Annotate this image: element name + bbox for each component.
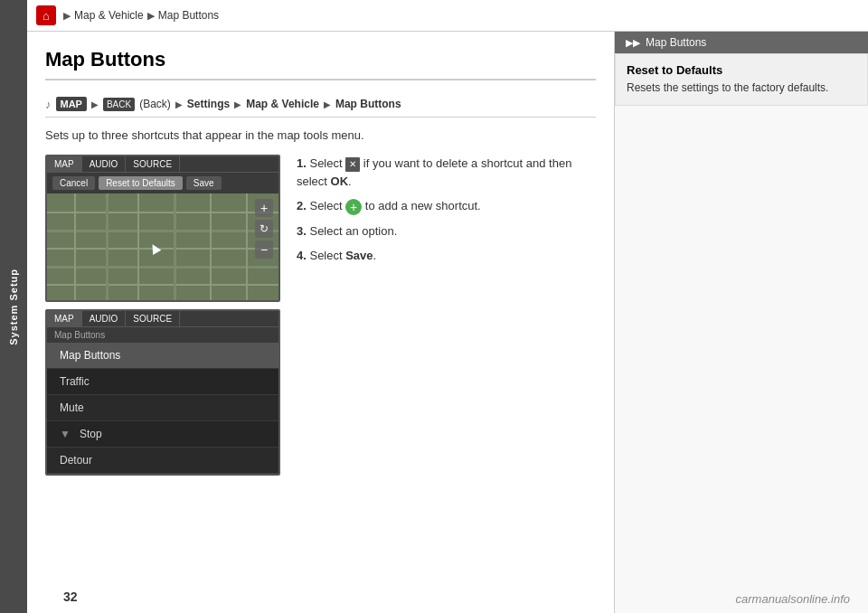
tab-source-1[interactable]: SOURCE [126,156,180,172]
street-v4 [174,193,176,300]
nav-map-vehicle: Map & Vehicle [246,98,319,110]
right-item-desc: Resets the settings to the factory defau… [627,80,856,96]
nav-arrow-2: ▶ [175,99,183,109]
screenshots: MAP AUDIO SOURCE Cancel Reset to Default… [45,155,280,476]
add-icon: + [345,199,362,215]
menu-label-map-buttons: Map Buttons [60,349,120,362]
breadcrumb-map-buttons: Map Buttons [158,9,219,22]
nav-settings: Settings [187,98,230,110]
screen-mockup-map: MAP AUDIO SOURCE Cancel Reset to Default… [45,155,280,302]
back-icon-badge: BACK [103,98,135,111]
menu-label-mute: Mute [60,401,84,414]
step-num-2: 2. [297,199,307,212]
menu-screen: Map Buttons Map Buttons Traffic Mute ▼ [47,327,278,474]
map-area: ▲ + ↻ − [47,193,278,300]
nav-back-text: (Back) [139,98,171,110]
left-section: Map Buttons ♪ MAP ▶ BACK (Back) ▶ Settin… [27,32,615,613]
menu-label-traffic: Traffic [60,375,90,388]
down-arrow-icon: ▼ [60,428,71,440]
menu-item-detour[interactable]: Detour [47,448,278,474]
breadcrumb-map-vehicle: Map & Vehicle [74,9,144,22]
map-arrow-indicator: ▲ [143,236,166,260]
street-v6 [246,193,248,300]
tab-audio-1[interactable]: AUDIO [82,156,127,172]
instruction-2: 2. Select + to add a new shortcut. [297,197,596,215]
reset-defaults-btn[interactable]: Reset to Defaults [99,176,183,190]
map-controls: + ↻ − [255,199,273,259]
nav-path: ♪ MAP ▶ BACK (Back) ▶ Settings ▶ Map & V… [45,91,596,118]
menu-label-stop: Stop [80,428,102,440]
menu-item-mute[interactable]: Mute [47,395,278,421]
cancel-btn[interactable]: Cancel [52,176,95,190]
street-h4 [47,266,278,269]
menu-header: Map Buttons [47,327,278,343]
right-content: Reset to Defaults Resets the settings to… [615,53,868,106]
right-item-title: Reset to Defaults [627,63,856,77]
breadcrumb-sep-2: ▶ [147,10,155,22]
street-h5 [47,284,278,286]
ok-bold: OK [331,174,349,188]
step-num-3: 3. [297,224,307,238]
instruction-3: 3. Select an option. [297,222,596,240]
menu-item-traffic[interactable]: Traffic [47,369,278,395]
street-v3 [137,193,139,300]
street-v1 [74,193,76,300]
home-icon[interactable]: ⌂ [36,5,56,25]
screen-tabs-2: MAP AUDIO SOURCE [47,311,278,327]
watermark: carmanualsonline.info [736,592,850,606]
tab-map-2[interactable]: MAP [47,311,82,326]
zoom-out-btn[interactable]: − [255,240,273,259]
step-num-1: 1. [297,156,307,170]
right-header-icon: ▶▶ [626,37,640,49]
map-icon-badge: MAP [56,97,87,111]
instructions: 1. Select ✕ if you want to delete a shor… [297,155,596,272]
breadcrumb-bar: ⌂ ▶ Map & Vehicle ▶ Map Buttons [27,0,868,32]
right-section: ▶▶ Map Buttons Reset to Defaults Resets … [615,32,868,613]
save-bold: Save [345,249,373,262]
main-content: ⌂ ▶ Map & Vehicle ▶ Map Buttons Map Butt… [27,0,868,613]
mic-symbol: ♪ [45,98,52,111]
save-btn[interactable]: Save [186,176,222,190]
tab-source-2[interactable]: SOURCE [126,311,180,326]
street-h2 [47,230,278,232]
delete-icon: ✕ [345,157,360,172]
nav-map-buttons: Map Buttons [335,98,401,110]
page-body: Map Buttons ♪ MAP ▶ BACK (Back) ▶ Settin… [27,32,868,613]
screen-tabs-1: MAP AUDIO SOURCE [47,156,278,173]
right-header-title: Map Buttons [646,36,706,49]
menu-item-stop[interactable]: ▼ Stop [47,421,278,448]
street-h1 [47,212,278,213]
tab-map-1[interactable]: MAP [47,156,82,172]
menu-item-map-buttons[interactable]: Map Buttons [47,343,278,369]
step-num-4: 4. [297,249,307,262]
zoom-in-btn[interactable]: + [255,199,273,217]
nav-arrow-4: ▶ [324,99,331,109]
tab-audio-2[interactable]: AUDIO [82,311,127,326]
sidebar-label: System Setup [8,269,19,345]
street-v2 [106,193,108,300]
menu-label-detour: Detour [60,454,92,467]
instruction-4: 4. Select Save. [297,247,596,265]
page-number: 32 [63,589,78,604]
rotate-btn[interactable]: ↻ [255,220,273,238]
screen-mockup-menu: MAP AUDIO SOURCE Map Buttons Map Buttons… [45,309,280,476]
nav-arrow-3: ▶ [234,99,241,109]
map-toolbar: Cancel Reset to Defaults Save [47,173,278,193]
page-title: Map Buttons [45,48,596,80]
sidebar: System Setup [0,0,27,613]
nav-arrow-1: ▶ [91,99,99,109]
street-v5 [210,193,212,300]
instruction-1: 1. Select ✕ if you want to delete a shor… [297,155,596,190]
description: Sets up to three shortcuts that appear i… [45,128,596,142]
right-panel-header: ▶▶ Map Buttons [615,32,868,53]
breadcrumb-sep-1: ▶ [63,10,71,22]
